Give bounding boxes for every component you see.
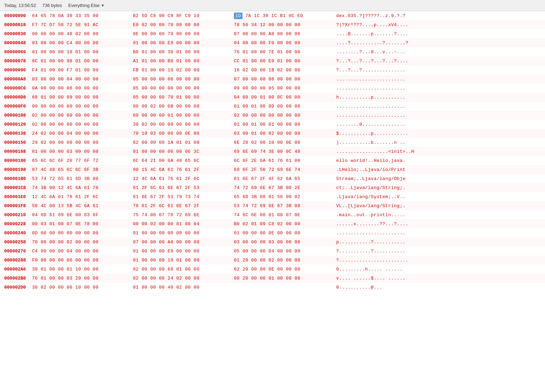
hex-col3: 65 6D 3B 00 01 56 00 02 [232,192,333,201]
hex-col3: 05 00 00 00 04 00 00 00 [232,246,333,256]
offset-cell: 000000A8 [0,75,31,84]
hex-col1: 07 4C 48 65 6C 6C 6F 3B [31,165,132,174]
hex-col1: 64 65 78 0A 30 33 35 00 [31,11,132,20]
category-label: Everything Else [68,3,100,8]
hex-col1: 76 01 00 00 03 20 00 00 [31,274,132,283]
hex-col1: 56 4C 00 13 5B 4C 6A 61 [31,201,132,210]
hex-col1: 24 02 00 00 04 00 00 00 [31,129,132,138]
hex-col1: 02 00 00 00 00 00 00 00 [31,111,132,120]
ascii-col: ........................ [333,75,545,84]
hex-col1: 00 00 00 00 00 00 00 00 [31,102,132,111]
table-row: 0000016801 00 00 00 03 00 00 0001 00 00 … [0,147,545,156]
offset-cell: 00000048 [0,38,31,47]
ascii-col: dex.035.?]?????..z.9.?.? [333,11,545,20]
hex-col1: 00 03 01 00 07 0E 78 00 [31,219,132,228]
hex-col1: 02 00 00 00 00 00 00 00 [31,120,132,129]
hex-col3: 53 74 72 69 6E 67 3B 00 [232,201,333,210]
table-row: 000001E012 4C 6A 61 76 61 2F 6C61 6E 67 … [0,192,545,201]
offset-cell: 000000D8 [0,93,31,102]
hex-col1: 30 02 00 00 00 10 00 00 [31,283,132,292]
table-row: 00000288F0 00 00 00 06 00 00 0001 00 00 … [0,256,545,265]
table-row: 000002A030 01 00 00 01 10 00 0002 00 00 … [0,265,545,274]
ascii-col: ........................ [333,102,545,111]
hex-col3: 61 6E 67 2F 4F 62 6A 65 [232,174,333,183]
offset-cell: 00000240 [0,228,31,237]
hex-col3: 09 00 00 00 05 00 00 00 [232,84,333,93]
hex-col1: 68 01 00 00 09 00 00 00 [31,93,132,102]
ascii-col: ?........................ [333,256,545,265]
ascii-col: ....?...........?.......? [333,38,545,47]
offset-cell: 00000168 [0,147,31,156]
offset-cell: 000001E0 [0,192,31,201]
hex-col2: 01 00 00 00 40 02 00 00 [132,283,232,292]
highlighted-hex: 1D [234,13,243,19]
table-row: 0000025870 00 00 00 02 00 00 0007 00 00 … [0,237,545,246]
ascii-col: ?|?Xr^???....p....xV4.... [333,20,545,29]
hex-col2: 01 00 00 00 06 00 06 3C [132,147,232,156]
hex-col1: 03 00 00 00 C4 00 00 00 [31,38,132,47]
hex-col3: 69 6F 2F 50 72 69 6E 74 [232,165,333,174]
hex-col3: 6E 20 02 00 10 00 0E 00 [232,138,333,147]
hex-col1: F0 00 00 00 06 00 00 00 [31,256,132,265]
offset-cell: 000002D0 [0,283,31,292]
offset-cell: 00000108 [0,111,31,120]
ascii-col: h...........p........... [333,93,545,102]
hex-col1: 74 3B 00 12 4C 6A 61 76 [31,183,132,192]
ascii-col: Stream;..Ljava/lang/Obje [333,174,545,183]
ascii-col: v.... ......$.... ...... [333,274,545,283]
hex-col2: 01 00 00 00 00 00 00 00 [132,228,232,237]
hex-col3: 6C 6F 2E 6A 61 76 61 00 [232,156,333,165]
hex-col2: 01 00 00 00 E8 00 00 00 [132,38,232,47]
hex-col1: 01 00 00 00 03 00 00 00 [31,147,132,156]
offset-cell: 00000090 [0,65,31,75]
ascii-col: ....@.......p.......?.... [333,29,545,38]
table-row: 0000003000 00 00 00 40 02 00 000E 00 00 … [0,29,545,38]
ascii-col: ?...?...?...?...?...?.... [333,56,545,65]
hex-col3: 16 02 00 00 1B 02 00 00 [232,65,333,75]
ascii-col: ..................<init>..H [333,147,545,156]
category-dropdown[interactable]: Everything Else ▼ [68,3,104,8]
hex-col2: 62 00 00 00 1A 01 01 00 [132,138,232,147]
table-row: 0000012002 00 00 00 00 00 00 0030 02 00 … [0,120,545,129]
ascii-col: ........................ [333,111,545,120]
hex-col3: 04 00 00 00 F0 00 00 00 [232,38,333,47]
offset-cell: 00000030 [0,29,31,38]
ascii-col: 0.........h..... ...... [333,265,545,274]
hex-col3: CC 01 00 00 E0 01 00 00 [232,56,333,65]
hex-col2: 07 00 00 00 A8 00 00 00 [132,237,232,246]
hex-col3: 1D 7A 1C 39 1C B1 0C ED [232,11,333,20]
table-row: 0000006001 00 00 00 10 01 00 00B0 01 00 … [0,47,545,56]
hex-col2: 76 61 2F 6C 61 6E 67 2F [132,201,232,210]
hex-col2: 05 00 00 00 70 01 00 00 [132,93,232,102]
ascii-col: .LHello;..Ljava/io/Print [333,165,545,174]
hex-col1: 01 00 00 00 10 01 00 00 [31,47,132,56]
hex-col3: 74 72 69 6E 67 3B 00 2E [232,183,333,192]
hex-col2: 01 00 00 00 E8 00 00 00 [132,246,232,256]
hex-col2: 00 00 02 00 0B 00 00 00 [132,102,232,111]
hex-col2: 02 00 00 00 68 01 00 00 [132,265,232,274]
hex-col3: 03 00 00 00 03 00 00 00 [232,237,333,246]
offset-cell: 000002A0 [0,265,31,274]
hex-col2: 61 6E 67 2F 53 79 73 74 [132,192,232,201]
offset-cell: 00000060 [0,47,31,56]
ascii-col: VL..[Ljava/lang/String;. [333,201,545,210]
hex-col1: 8C 01 00 00 98 01 00 00 [31,56,132,65]
table-row: 0000021004 6D 61 69 6E 00 03 6F75 74 00 … [0,210,545,219]
table-row: 0000010802 00 00 00 00 00 00 0000 00 00 … [0,111,545,120]
hex-col2: B2 5D C8 90 C9 8F C9 10 [132,11,232,20]
ascii-col: ........0............... [333,120,545,129]
hex-col2: FB 01 00 00 10 02 00 00 [132,65,232,75]
ascii-col: ........?...0...v...~... [333,47,545,56]
hex-col1: 70 00 00 00 02 00 00 00 [31,237,132,246]
hex-col1: 0A 00 00 00 08 00 00 00 [31,84,132,93]
ascii-col: ct;..Ljava/lang/String;. [333,183,545,192]
hex-col2: B0 01 00 00 30 01 00 00 [132,47,232,56]
offset-cell: 000002B8 [0,274,31,283]
offset-cell: 00000078 [0,56,31,65]
offset-cell: 00000198 [0,165,31,174]
hex-col2: A1 01 00 00 B8 01 00 00 [132,56,232,65]
table-row: 000002400D 00 00 00 00 00 00 0001 00 00 … [0,228,545,237]
hex-col3: 01 00 01 00 01 00 00 00 [232,120,333,129]
hex-col3: 07 00 00 00 08 00 00 00 [232,75,333,84]
hex-col1: 29 02 00 00 08 00 00 00 [31,138,132,147]
